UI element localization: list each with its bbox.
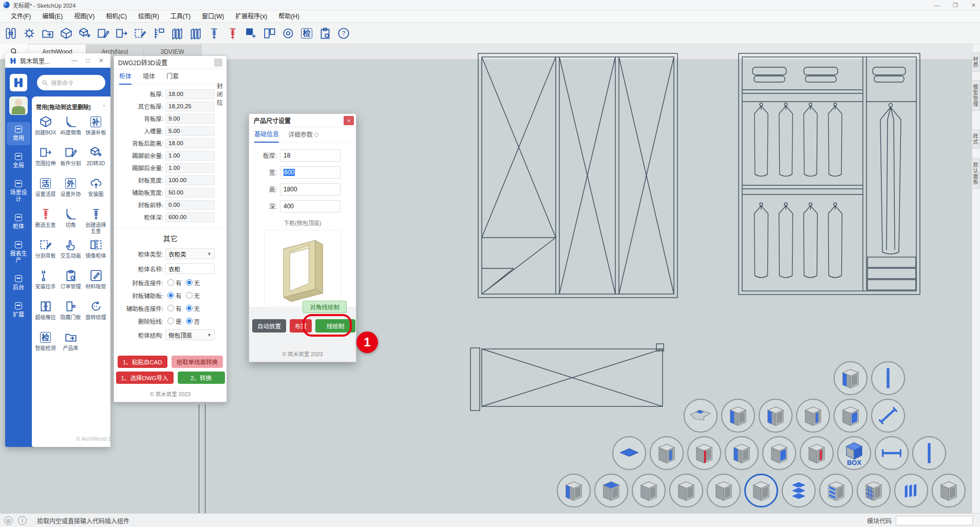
size-dialog-titlebar[interactable]: 产品尺寸设置 × (249, 114, 356, 127)
tool-grid-item[interactable]: 安装图 (83, 177, 108, 207)
nav-item[interactable]: 全局 (7, 149, 30, 172)
radio-seal-aux-no[interactable] (186, 292, 193, 299)
line-draw-button[interactable]: 线绘制 (315, 319, 355, 333)
pick-line-convert-button[interactable]: 拾取单线面转换 (172, 356, 223, 368)
module-blue-top-cabinet[interactable] (594, 474, 628, 508)
settings-gear-icon[interactable] (21, 25, 38, 42)
geolocation-icon[interactable]: ◎ (4, 516, 13, 525)
module-grey-cabinet[interactable] (669, 474, 703, 508)
target-icon[interactable] (279, 25, 297, 42)
radio-aux-connector-no[interactable] (186, 305, 193, 311)
cabinet-structure-select[interactable]: 侧包顶底▼ (165, 329, 215, 340)
module-drawer-stack[interactable] (819, 474, 853, 508)
nav-item[interactable]: 后台 (7, 271, 30, 295)
order-clipboard-icon[interactable] (316, 25, 334, 42)
tray-tab-materials[interactable]: 材质 (972, 52, 980, 72)
dwg-field-input[interactable] (165, 188, 215, 198)
dwg-field-input[interactable] (165, 139, 215, 148)
dwg-panel-close-button[interactable] (214, 58, 222, 67)
dwg-field-input[interactable] (165, 175, 215, 185)
tool-grid-item[interactable]: 旋转纹理 (83, 300, 108, 330)
module-door-cabinet-blue[interactable] (759, 399, 793, 433)
tab-detail-params[interactable]: 详细参数 (288, 127, 318, 143)
tool-grid-item[interactable]: 隐藏门板 (58, 300, 83, 330)
thickness-input[interactable] (280, 149, 341, 162)
tool-grid-item[interactable]: 创建BOX (33, 115, 58, 146)
tray-tab-model-manage[interactable]: 模型管理 (972, 80, 980, 111)
module-open-cabinet[interactable] (725, 436, 759, 470)
module-blue-half-cabinet[interactable] (650, 436, 684, 470)
module-shelf-panel[interactable] (612, 436, 646, 470)
module-grey-open-cabinet[interactable] (707, 474, 741, 508)
module-door-panels[interactable] (894, 474, 928, 508)
dwg-field-input[interactable] (165, 200, 215, 210)
module-box[interactable]: BOX (837, 436, 871, 470)
dwg-field-input[interactable] (165, 114, 215, 124)
tool-grid-item[interactable]: 镜像柜体 (83, 238, 108, 269)
auto-place-button[interactable]: 自动放置 (252, 319, 286, 333)
radio-del-shortline-no[interactable] (186, 318, 193, 324)
restore-button[interactable]: ❐ (953, 2, 958, 9)
module-blue-interior-cabinet[interactable] (834, 399, 868, 433)
menu-item[interactable]: 绘图(R) (133, 10, 165, 23)
layout-button[interactable]: 布置 (290, 319, 312, 333)
depth-input[interactable] (280, 200, 341, 212)
menu-item[interactable]: 视图(V) (68, 10, 100, 23)
archiwood-panel-titlebar[interactable]: 筑木筑里... — □ ✕ (5, 53, 110, 68)
dwg-field-input[interactable] (165, 163, 215, 173)
tool-grid-item[interactable]: 检 智能检测 (33, 330, 58, 361)
delete-hardware-icon[interactable] (224, 25, 241, 42)
module-vertical-rod[interactable] (912, 436, 946, 470)
diagonal-draw-button[interactable]: 对角线绘制 (303, 301, 347, 313)
tool-grid-item[interactable]: 交互动画 (58, 238, 83, 269)
module-grey-cabinet-2[interactable] (932, 474, 966, 508)
dwg-field-input[interactable] (165, 151, 215, 161)
tool-grid-item[interactable]: 材料吸管 (83, 269, 108, 300)
menu-item[interactable]: 帮助(H) (273, 10, 305, 23)
module-open-cabinet-2[interactable] (632, 474, 666, 508)
module-blue-corner-cabinet[interactable] (557, 474, 591, 508)
help-icon[interactable] (335, 25, 352, 42)
menu-item[interactable]: 相机(C) (100, 10, 133, 23)
import-folder-icon[interactable] (39, 25, 56, 42)
height-input[interactable] (280, 183, 341, 196)
tool-grid-item[interactable]: 板件分割 (58, 146, 83, 177)
archiwood-logo-icon[interactable] (2, 25, 20, 42)
module-vertical-panel[interactable] (871, 361, 905, 395)
panel-extend-icon[interactable] (113, 25, 130, 42)
panel-minimize-button[interactable]: — (69, 57, 80, 64)
width-input[interactable]: 600 (280, 166, 341, 179)
nav-item[interactable]: 场景设计 (7, 177, 30, 206)
panel-maximize-button[interactable]: □ (83, 57, 93, 64)
radio-seal-aux-yes[interactable] (167, 292, 174, 299)
dwg-tab-wall[interactable]: 墙体 (143, 69, 155, 85)
collapse-chevron-icon[interactable]: ⌃ (102, 104, 106, 110)
tool-grid-item[interactable]: 创建选择五金 (83, 207, 108, 238)
module-blue-stripe-cabinet[interactable] (762, 436, 796, 470)
radio-aux-connector-yes[interactable] (167, 305, 174, 311)
size-dialog-close-button[interactable]: × (344, 116, 354, 125)
nav-item[interactable]: 报表生产 (7, 238, 30, 267)
module-grid-cabinet[interactable] (857, 474, 891, 508)
tool-grid-item[interactable]: 范围拉伸 (33, 146, 58, 177)
dwg-tab-cabinet[interactable]: 柜体 (119, 69, 131, 85)
menu-item[interactable]: 文件(F) (5, 10, 36, 23)
module-code-input[interactable] (896, 516, 973, 525)
tab-basic-info[interactable]: 基础信息 (254, 127, 279, 143)
menu-item[interactable]: 工具(T) (165, 10, 196, 23)
convert-button[interactable]: 2、转换 (178, 372, 225, 384)
tool-grid-item[interactable]: 外 设置外协 (58, 177, 83, 207)
tool-grid-item[interactable]: 45度倒角 (58, 115, 83, 146)
dwg-field-input[interactable] (165, 89, 215, 99)
fill-panel-icon[interactable] (242, 25, 260, 42)
module-horizontal-rod[interactable] (875, 436, 909, 470)
module-stacked-shelves[interactable] (782, 474, 816, 508)
nav-item[interactable]: 扩展 (7, 299, 30, 322)
tool-grid-item[interactable]: 2D转3D (83, 146, 108, 177)
minimize-button[interactable]: — (934, 2, 939, 8)
layout-icon[interactable] (261, 25, 278, 42)
dwg-field-input[interactable] (165, 126, 215, 136)
close-button[interactable]: ✕ (971, 2, 976, 9)
tool-grid-item[interactable]: 补 快速补板 (83, 115, 108, 146)
box-convert-icon[interactable] (76, 25, 93, 42)
